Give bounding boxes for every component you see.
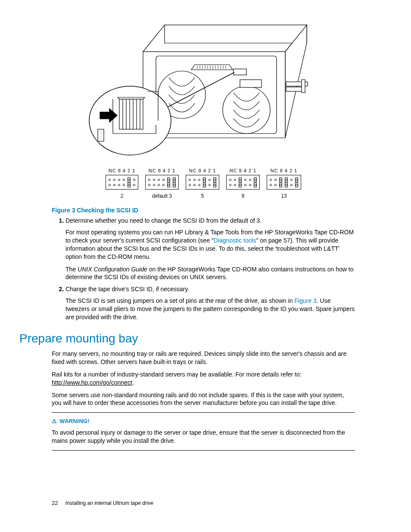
svg-marker-1 — [165, 25, 307, 43]
jumper-header: NC 8 4 2 1 — [106, 168, 138, 173]
page-number: 22 — [52, 500, 58, 506]
footer-title: Installing an internal Ultrium tape driv… — [65, 500, 153, 506]
step-1: Determine whether you need to change the… — [65, 217, 355, 281]
diagnostic-tools-link[interactable]: Diagnostic tools — [214, 237, 256, 244]
hp-connect-link[interactable]: http://www.hp.com/go/connect — [52, 379, 132, 386]
section-p3: Some servers use non-standard mounting r… — [52, 391, 355, 408]
section-p2a: Rail kits for a number of industry-stand… — [52, 371, 302, 378]
figure-3-link[interactable]: Figure 3 — [294, 297, 316, 304]
step-1-p2a: The — [65, 266, 78, 273]
jumper-block-5: NC 8 4 2 1 5 — [186, 168, 219, 199]
jumper-header: NC 8 4 2 1 — [145, 168, 179, 173]
svg-marker-34 — [118, 97, 145, 99]
svg-rect-23 — [302, 80, 305, 93]
jumper-header: NC 8 4 2 1 — [267, 168, 301, 173]
svg-rect-19 — [240, 80, 262, 87]
svg-rect-20 — [234, 69, 246, 75]
procedure-list: Determine whether you need to change the… — [56, 217, 355, 321]
warning-icon: ⚠ — [52, 418, 57, 424]
svg-rect-22 — [286, 87, 303, 91]
jumper-label-5: 5 — [186, 193, 219, 199]
warning-heading: ⚠WARNING! — [52, 418, 355, 424]
page-footer: 22 Installing an internal Ultrium tape d… — [52, 500, 153, 506]
warning-text: To avoid personal injury or damage to th… — [52, 429, 355, 445]
step-2-lead: Change the tape drive's SCSI ID, if nece… — [65, 286, 189, 292]
tape-drive-diagram — [83, 13, 324, 159]
warning-rule-top — [52, 412, 355, 413]
section-heading: Prepare mounting bay — [19, 332, 355, 345]
warning-rule-bottom — [52, 450, 355, 451]
figure-caption: Figure 3 Checking the SCSI ID — [52, 207, 355, 214]
figure-3-illustration — [83, 13, 324, 159]
section-p1: For many servers, no mounting tray or ra… — [52, 350, 355, 366]
jumper-header: NC 8 4 2 1 — [226, 168, 260, 173]
jumper-config-row: NC 8 4 2 1 2 NC 8 4 2 1 default 3 NC 8 4… — [52, 168, 355, 199]
step-2-p1a: The SCSI ID is set using jumpers on a se… — [65, 297, 294, 304]
jumper-label-3: default 3 — [145, 193, 179, 199]
section-body: For many servers, no mounting tray or ra… — [52, 350, 355, 451]
step-2: Change the tape drive's SCSI ID, if nece… — [65, 286, 355, 321]
jumper-label-9: 9 — [226, 193, 260, 199]
step-1-lead: Determine whether you need to change the… — [65, 217, 262, 224]
warning-label: WARNING! — [59, 418, 90, 424]
section-p2b: . — [132, 379, 134, 386]
svg-rect-36 — [100, 131, 102, 140]
jumper-label-2: 2 — [106, 193, 138, 199]
jumper-header: NC 8 4 2 1 — [186, 168, 219, 173]
jumper-block-2: NC 8 4 2 1 2 — [106, 168, 138, 199]
unix-guide-title: UNIX Configuration Guide — [78, 266, 147, 273]
jumper-block-13: NC 8 4 2 1 13 — [267, 168, 301, 199]
jumper-block-9: NC 8 4 2 1 9 — [226, 168, 260, 199]
jumper-block-3: NC 8 4 2 1 default 3 — [145, 168, 179, 199]
jumper-label-13: 13 — [267, 193, 301, 199]
